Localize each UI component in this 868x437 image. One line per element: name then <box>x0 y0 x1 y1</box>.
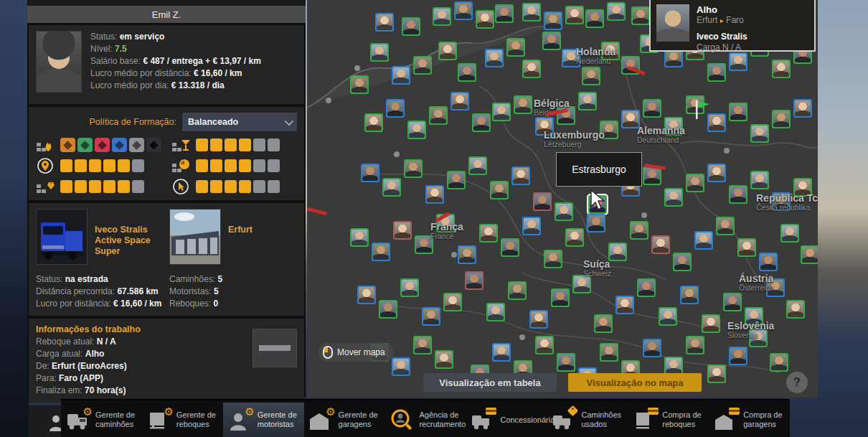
driver-marker[interactable] <box>651 235 670 254</box>
driver-marker[interactable] <box>707 63 726 82</box>
driver-marker[interactable] <box>772 192 791 211</box>
driver-marker[interactable] <box>729 52 747 71</box>
driver-marker[interactable] <box>350 228 369 247</box>
driver-marker[interactable] <box>673 253 692 271</box>
driver-marker[interactable] <box>544 250 562 268</box>
driver-marker[interactable] <box>716 217 735 235</box>
tab-compra-de-reboques[interactable]: Compra de reboques <box>628 403 709 437</box>
driver-marker[interactable] <box>565 228 584 247</box>
driver-marker[interactable] <box>350 75 369 94</box>
driver-marker[interactable] <box>587 214 605 232</box>
driver-marker[interactable] <box>643 99 661 118</box>
driver-marker[interactable] <box>694 231 713 250</box>
driver-marker[interactable] <box>413 336 432 354</box>
driver-marker[interactable] <box>361 164 379 182</box>
driver-marker[interactable] <box>404 159 423 178</box>
driver-marker[interactable] <box>631 6 650 25</box>
driver-marker[interactable] <box>447 171 466 189</box>
driver-marker[interactable] <box>379 300 397 319</box>
driver-marker[interactable] <box>702 314 720 333</box>
driver-marker[interactable] <box>578 92 597 111</box>
driver-marker[interactable] <box>533 192 552 211</box>
driver-marker[interactable] <box>793 178 812 197</box>
driver-marker[interactable] <box>506 38 525 57</box>
driver-marker[interactable] <box>686 174 704 192</box>
map-view-button[interactable]: Visualização no mapa <box>568 373 702 392</box>
driver-marker[interactable] <box>370 43 389 62</box>
driver-marker[interactable] <box>630 221 648 240</box>
driver-marker[interactable] <box>458 63 476 82</box>
driver-marker[interactable] <box>375 13 394 32</box>
driver-marker[interactable] <box>601 42 620 60</box>
driver-marker[interactable] <box>772 60 791 78</box>
tab-gerente-de-reboques[interactable]: ⚙Gerente de reboques <box>142 403 223 437</box>
driver-marker[interactable] <box>433 7 451 26</box>
driver-marker[interactable] <box>786 300 805 319</box>
tab-caminh-es-usados[interactable]: Caminhões usados <box>547 403 628 437</box>
driver-marker[interactable] <box>413 56 432 75</box>
driver-marker[interactable] <box>659 307 677 326</box>
driver-marker[interactable] <box>562 49 580 67</box>
driver-marker[interactable] <box>582 67 600 85</box>
driver-marker[interactable] <box>594 314 613 333</box>
driver-marker[interactable] <box>486 303 505 321</box>
driver-marker[interactable] <box>686 336 704 354</box>
driver-marker[interactable] <box>535 336 554 354</box>
driver-marker[interactable] <box>386 99 405 118</box>
driver-marker[interactable] <box>608 243 627 261</box>
driver-marker[interactable] <box>479 224 498 243</box>
driver-marker[interactable] <box>607 2 626 21</box>
table-view-button[interactable]: Visualização em tabela <box>423 373 557 392</box>
driver-marker[interactable] <box>402 17 420 36</box>
driver-marker[interactable] <box>468 156 487 175</box>
driver-marker[interactable] <box>490 181 509 199</box>
driver-marker[interactable] <box>511 166 530 185</box>
driver-marker[interactable] <box>637 278 656 297</box>
driver-marker[interactable] <box>501 238 519 257</box>
driver-map[interactable]: HolandaNederlandBélgicaBelgiëLuxemburgoL… <box>307 0 818 398</box>
driver-marker[interactable] <box>492 343 511 362</box>
driver-marker[interactable] <box>749 329 768 347</box>
driver-marker[interactable] <box>621 110 640 128</box>
driver-marker[interactable] <box>508 281 527 300</box>
driver-marker[interactable] <box>522 217 541 235</box>
driver-marker[interactable] <box>425 185 444 204</box>
driver-marker[interactable] <box>729 347 747 365</box>
tab-compra-de-garagens[interactable]: Compra de garagens <box>709 403 790 437</box>
tab-gerente-de-garagens[interactable]: ⚙Gerente de garagens <box>304 403 385 437</box>
driver-marker[interactable] <box>729 185 747 204</box>
tab-gerente-de-caminh-es[interactable]: ⚙Gerente de caminhões <box>61 403 142 437</box>
driver-marker[interactable] <box>443 293 462 311</box>
driver-marker[interactable] <box>766 278 785 297</box>
driver-marker[interactable] <box>485 49 504 67</box>
driver-marker[interactable] <box>450 92 469 111</box>
driver-marker[interactable] <box>759 253 778 271</box>
driver-marker[interactable] <box>664 188 683 207</box>
training-policy-dropdown[interactable]: Balanceado <box>182 113 297 131</box>
driver-marker[interactable] <box>415 235 433 254</box>
driver-marker[interactable] <box>422 307 440 326</box>
driver-marker[interactable] <box>793 99 812 118</box>
driver-marker[interactable] <box>572 275 591 293</box>
tab-gerente-de-motoristas[interactable]: ⚙Gerente de motoristas <box>223 403 304 437</box>
driver-marker[interactable] <box>492 103 511 121</box>
driver-marker[interactable] <box>729 103 747 121</box>
driver-marker[interactable] <box>551 288 570 307</box>
driver-marker[interactable] <box>522 3 541 22</box>
driver-marker[interactable] <box>393 221 412 240</box>
driver-marker[interactable] <box>707 164 726 182</box>
driver-marker[interactable] <box>737 238 756 257</box>
driver-marker[interactable] <box>476 10 494 29</box>
help-button[interactable]: ? <box>786 372 808 393</box>
driver-marker[interactable] <box>364 113 383 132</box>
driver-marker[interactable] <box>750 171 769 189</box>
driver-marker[interactable] <box>750 124 769 143</box>
driver-marker[interactable] <box>723 293 742 311</box>
driver-marker[interactable] <box>772 110 791 128</box>
driver-marker[interactable] <box>514 95 532 114</box>
driver-marker[interactable] <box>429 106 448 125</box>
driver-marker[interactable] <box>392 66 410 85</box>
driver-marker[interactable] <box>801 245 818 264</box>
driver-marker[interactable] <box>557 353 575 372</box>
driver-marker[interactable] <box>465 271 483 290</box>
